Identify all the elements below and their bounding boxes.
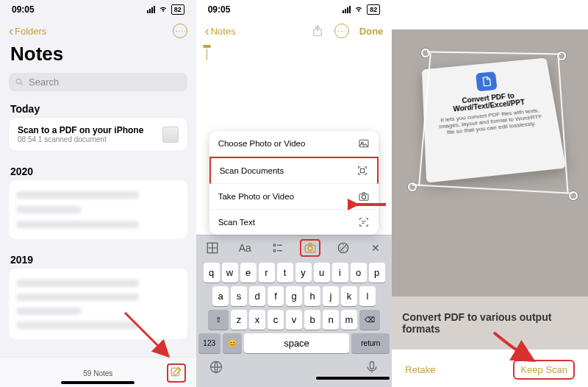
mic-icon[interactable] [365,360,379,374]
cellular-icon [343,6,351,13]
search-input[interactable]: Search [9,73,187,91]
camera-toolbar-button[interactable] [300,239,320,257]
section-2019: 2019 [0,249,196,269]
key-a[interactable]: a [212,286,229,306]
retake-button[interactable]: Retake [405,364,435,375]
status-bar: 09:05 82 [0,0,196,19]
format-button[interactable]: Aa [234,239,255,257]
space-key[interactable]: space [244,333,350,353]
compose-button[interactable] [167,363,186,383]
more-button[interactable]: ··· [334,24,349,38]
key-v[interactable]: v [286,310,302,330]
checklist-button[interactable] [268,239,288,257]
document-thumbnail-icon [162,127,179,143]
back-button[interactable]: ‹ Folders [9,26,46,37]
key-d[interactable]: d [249,286,265,306]
home-indicator [61,381,135,384]
svg-line-1 [21,83,23,85]
compose-icon [170,366,183,380]
wifi-icon [158,6,168,13]
key-z[interactable]: z [231,310,247,330]
key-r[interactable]: r [259,263,275,283]
table-button[interactable] [202,239,223,257]
key-w[interactable]: w [222,263,238,283]
status-time: 09:05 [12,4,35,15]
bottom-toolbar: 59 Notes [0,357,196,387]
numeric-key[interactable]: 123 [198,333,220,353]
key-c[interactable]: c [268,310,284,330]
nav-bar: ‹ Notes ··· Done [196,19,392,43]
scan-actions: Retake Keep Scan [392,349,588,387]
doc-banner: Convert PDF to various output formats [392,297,588,349]
key-x[interactable]: x [249,310,265,330]
editor-area[interactable]: Choose Photo or Video Scan Documents Tak… [196,43,392,235]
phone-notes-list: 09:05 82 ‹ Folders ··· Notes Search Toda… [0,0,196,387]
key-k[interactable]: k [341,286,357,306]
back-button[interactable]: ‹ Notes [205,26,236,37]
key-p[interactable]: p [369,263,385,283]
note-subtitle: 08:54 1 scanned document [18,135,143,143]
note-card[interactable]: Scan to a PDF on your iPhone 08:54 1 sca… [9,118,187,151]
key-o[interactable]: o [351,263,367,283]
keyboard-toolbar: Aa ✕ [196,235,392,260]
photo-icon [358,138,370,149]
scan-text-icon [358,216,370,228]
keyboard-row-1: qwertyuiop [198,263,390,283]
svg-point-0 [16,79,21,84]
crop-edge [427,51,561,54]
svg-rect-16 [370,362,374,369]
shift-key[interactable]: ⇧ [208,310,229,330]
popup-scan-documents[interactable]: Scan Documents [209,157,379,184]
battery-icon: 82 [171,4,184,15]
svg-point-13 [308,246,312,250]
more-button[interactable]: ··· [173,24,187,38]
key-g[interactable]: g [286,286,302,306]
key-m[interactable]: m [341,310,357,330]
popup-scan-text[interactable]: Scan Text [209,210,379,235]
key-i[interactable]: i [332,263,348,283]
page-title: Notes [0,43,196,70]
popup-choose-photo[interactable]: Choose Photo or Video [209,131,379,157]
key-q[interactable]: q [204,263,220,283]
status-time: 09:05 [208,4,231,15]
notes-count: 59 Notes [29,369,167,377]
popup-take-photo[interactable]: Take Photo or Video [209,184,379,210]
search-icon [15,77,24,87]
note-card-blurred[interactable] [9,180,187,239]
cellular-icon [147,6,155,13]
key-j[interactable]: j [323,286,339,306]
key-b[interactable]: b [304,310,320,330]
key-y[interactable]: y [295,263,312,283]
note-card-blurred[interactable] [9,269,187,339]
close-toolbar-button[interactable]: ✕ [365,239,386,257]
share-button[interactable] [311,24,324,38]
key-u[interactable]: u [314,263,330,283]
key-f[interactable]: f [268,286,284,306]
key-h[interactable]: h [304,286,320,306]
keyboard: qwertyuiop asdfghjkl ⇧ zxcvbnm ⌫ 123 😊 s… [196,260,392,387]
section-2020: 2020 [0,161,196,180]
scanned-document: Convert PDF to Word/Text/Excel/PPT It le… [422,58,566,183]
done-button[interactable]: Done [359,26,384,37]
key-t[interactable]: t [277,263,293,283]
keyboard-footer [198,357,390,376]
scan-preview[interactable]: Convert PDF to Word/Text/Excel/PPT It le… [392,29,588,349]
key-e[interactable]: e [240,263,257,283]
home-indicator [316,377,390,380]
camera-icon [358,191,370,202]
backspace-key[interactable]: ⌫ [359,310,380,330]
attachment-popup: Choose Photo or Video Scan Documents Tak… [209,131,379,235]
key-l[interactable]: l [359,286,376,306]
markup-button[interactable] [333,239,354,257]
key-s[interactable]: s [231,286,247,306]
emoji-key[interactable]: 😊 [223,333,242,353]
return-key[interactable]: return [351,333,390,353]
note-title: Scan to a PDF on your iPhone [18,125,143,135]
keep-scan-button[interactable]: Keep Scan [513,360,575,380]
globe-icon[interactable] [209,360,223,374]
section-today: Today [0,99,196,118]
svg-point-8 [362,195,366,199]
keyboard-row-3: ⇧ zxcvbnm ⌫ [198,310,390,330]
key-n[interactable]: n [323,310,339,330]
search-placeholder: Search [29,77,59,88]
